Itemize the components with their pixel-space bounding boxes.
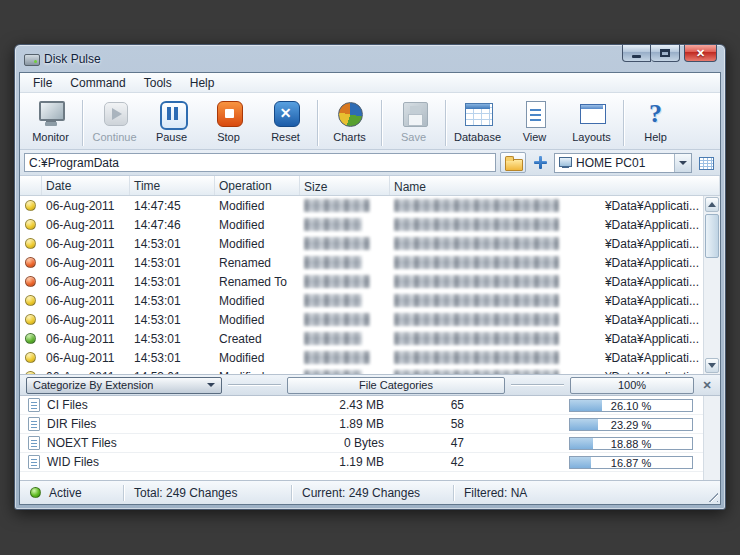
scroll-up-button[interactable] [705,197,719,212]
cell-name: ¥Data¥Applicati... [390,199,702,213]
change-row[interactable]: 06-Aug-2011 14:47:46 Modified ¥Data¥Appl… [20,215,720,234]
category-count: 65 [384,398,464,412]
titlebar[interactable]: Disk Pulse ✕ [15,45,725,72]
change-row[interactable]: 06-Aug-2011 14:53:01 Modified ¥Data¥Appl… [20,291,720,310]
category-row[interactable]: WID Files 1.19 MB 42 16.87 % [20,453,703,472]
redacted-size [304,256,362,269]
menu-help[interactable]: Help [181,74,224,92]
minimize-button[interactable] [622,45,651,62]
toolbar-button-monitor[interactable]: Monitor [22,96,79,143]
status-state: Active [49,486,82,500]
file-type-icon [28,455,40,469]
redacted-name [394,275,559,288]
cell-time: 14:53:01 [130,237,215,251]
header-date[interactable]: Date [42,176,130,195]
change-row[interactable]: 06-Aug-2011 14:53:01 Renamed ¥Data¥Appli… [20,253,720,272]
chevron-down-icon [679,161,687,165]
toolbar-button-view[interactable]: View [506,96,563,143]
header-operation[interactable]: Operation [215,176,300,195]
cell-date: 06-Aug-2011 [42,370,130,375]
toolbar-label: Help [627,131,684,143]
toolbar-button-pause[interactable]: Pause [143,96,200,143]
zoom-button[interactable]: 100% [570,377,694,394]
toolbar-label: Database [449,131,506,143]
change-row[interactable]: 06-Aug-2011 14:53:01 Modified ¥Data¥Appl… [20,310,720,329]
separator-line [511,384,564,386]
cell-date: 06-Aug-2011 [42,313,130,327]
cell-size [300,351,390,364]
toolbar-button-database[interactable]: Database [449,96,506,143]
cell-size [300,313,390,326]
host-combo[interactable]: HOME PC01 [554,153,692,173]
change-row[interactable]: 06-Aug-2011 14:53:01 Modified ¥Data¥Appl… [20,234,720,253]
redacted-name [394,332,559,345]
status-dot-icon [25,276,36,287]
redacted-name [394,294,559,307]
cell-date: 06-Aug-2011 [42,199,130,213]
name-tail: ¥Data¥Applicati... [605,275,702,289]
status-dot-icon [25,257,36,268]
status-dot-icon [25,295,36,306]
menu-file[interactable]: File [24,74,61,92]
header-size[interactable]: Size [300,176,390,195]
status-dot-icon [25,238,36,249]
toolbar-button-charts[interactable]: Charts [321,96,378,143]
category-scrollbar[interactable] [703,396,720,480]
status-dot-icon [25,352,36,363]
header-name[interactable]: Name [390,176,720,195]
toolbar-button-continue: Continue [86,96,143,143]
header-status[interactable] [20,176,42,195]
change-list: 06-Aug-2011 14:47:45 Modified ¥Data¥Appl… [20,196,720,374]
change-row[interactable]: 06-Aug-2011 14:47:45 Modified ¥Data¥Appl… [20,196,720,215]
change-row[interactable]: 06-Aug-2011 14:53:01 Modified ¥Data¥Appl… [20,367,720,374]
category-row[interactable]: CI Files 2.43 MB 65 26.10 % [20,396,703,415]
category-toolbar: Categorize By Extension File Categories … [20,374,720,396]
header-time[interactable]: Time [130,176,215,195]
change-row[interactable]: 06-Aug-2011 14:53:01 Renamed To ¥Data¥Ap… [20,272,720,291]
scroll-thumb[interactable] [705,214,719,258]
redacted-size [304,218,362,231]
change-row[interactable]: 06-Aug-2011 14:53:01 Created ¥Data¥Appli… [20,329,720,348]
add-directory-button[interactable] [530,152,550,173]
cell-name: ¥Data¥Applicati... [390,351,702,365]
app-icon [23,51,39,67]
scroll-down-button[interactable] [705,358,719,373]
disk-pulse-window: Disk Pulse ✕ FileCommandToolsHelp Monito… [14,44,726,510]
category-row[interactable]: DIR Files 1.89 MB 58 23.29 % [20,415,703,434]
redacted-name [394,370,559,374]
menu-tools[interactable]: Tools [135,74,181,92]
category-panel: CI Files 2.43 MB 65 26.10 % DIR Files 1.… [20,396,720,480]
status-total-cell: Total: 249 Changes [124,485,292,501]
maximize-button[interactable] [651,45,680,62]
categorize-mode-dropdown[interactable]: Categorize By Extension [26,377,222,394]
cell-time: 14:53:01 [130,332,215,346]
table-scrollbar[interactable] [703,196,720,374]
category-progress-bar: 16.87 % [569,456,693,469]
close-panel-button[interactable]: ✕ [700,379,714,392]
category-name: CI Files [47,398,299,412]
save-icon [397,98,431,130]
file-categories-button[interactable]: File Categories [287,377,505,394]
cell-date: 06-Aug-2011 [42,275,130,289]
change-row[interactable]: 06-Aug-2011 14:53:01 Modified ¥Data¥Appl… [20,348,720,367]
cell-name: ¥Data¥Applicati... [390,370,702,375]
category-row[interactable]: NOEXT Files 0 Bytes 47 18.88 % [20,434,703,453]
toolbar-button-reset[interactable]: Reset [257,96,314,143]
toolbar-button-help[interactable]: Help [627,96,684,143]
category-size: 0 Bytes [299,436,384,450]
host-combo-arrow[interactable] [674,154,691,172]
status-cell [20,352,42,363]
path-input[interactable] [24,153,496,172]
browse-folder-button[interactable] [500,152,526,173]
menubar: FileCommandToolsHelp [20,73,720,93]
view-selector-button[interactable] [696,152,716,173]
continue-icon [98,98,132,130]
close-button[interactable]: ✕ [684,45,717,62]
cell-date: 06-Aug-2011 [42,332,130,346]
toolbar-button-stop[interactable]: Stop [200,96,257,143]
toolbar-button-layouts[interactable]: Layouts [563,96,620,143]
menu-command[interactable]: Command [61,74,134,92]
toolbar-label: View [506,131,563,143]
progress-percent: 26.10 % [570,400,692,411]
category-count: 58 [384,417,464,431]
